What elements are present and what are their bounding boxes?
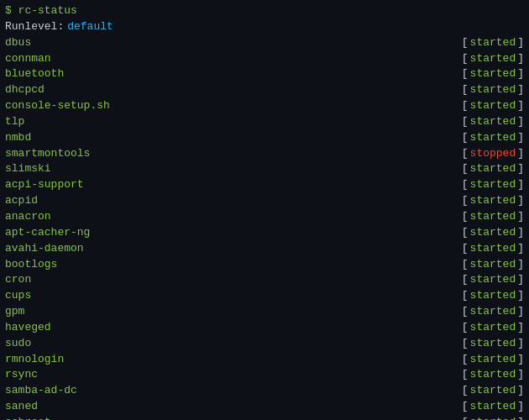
bracket-open: [ [462, 98, 469, 114]
bracket-close: ] [517, 51, 524, 67]
service-name: connman [5, 51, 156, 67]
bracket-open: [ [462, 146, 469, 162]
bracket-close: ] [517, 399, 524, 415]
prompt-line: $ rc-status [5, 3, 524, 19]
service-name: acpi-support [5, 177, 156, 193]
service-row: samba-ad-dc[ started ] [5, 383, 524, 399]
service-status: started [470, 415, 516, 420]
bracket-close: ] [517, 130, 524, 146]
bracket-open: [ [462, 257, 469, 273]
bracket-close: ] [517, 35, 524, 51]
bracket-open: [ [462, 304, 469, 320]
bracket-open: [ [462, 367, 469, 383]
service-status: started [470, 383, 516, 399]
bracket-open: [ [462, 114, 469, 130]
bracket-open: [ [462, 288, 469, 304]
service-status: started [470, 114, 516, 130]
bracket-close: ] [517, 272, 524, 288]
service-name: schroot [5, 415, 156, 420]
bracket-close: ] [517, 320, 524, 336]
service-row: apt-cacher-ng[ started ] [5, 225, 524, 241]
bracket-close: ] [517, 225, 524, 241]
service-name: tlp [5, 114, 156, 130]
bracket-close: ] [517, 352, 524, 368]
bracket-close: ] [517, 415, 524, 420]
bracket-open: [ [462, 130, 469, 146]
service-row: rmnologin[ started ] [5, 352, 524, 368]
service-status: started [470, 209, 516, 225]
service-row: rsync[ started ] [5, 367, 524, 383]
runlevel-label: Runlevel: [5, 19, 64, 35]
bracket-open: [ [462, 161, 469, 177]
bracket-open: [ [462, 415, 469, 420]
service-row: dbus[ started ] [5, 35, 524, 51]
bracket-close: ] [517, 241, 524, 257]
service-row: nmbd[ started ] [5, 130, 524, 146]
bracket-close: ] [517, 383, 524, 399]
bracket-close: ] [517, 367, 524, 383]
service-status: started [470, 320, 516, 336]
service-status: stopped [470, 146, 516, 162]
bracket-open: [ [462, 399, 469, 415]
service-row: saned[ started ] [5, 399, 524, 415]
bracket-close: ] [517, 257, 524, 273]
terminal: $ rc-status Runlevel: default dbus[ star… [0, 0, 529, 420]
service-row: acpid[ started ] [5, 193, 524, 209]
service-name: smartmontools [5, 146, 156, 162]
service-row: console-setup.sh[ started ] [5, 98, 524, 114]
bracket-open: [ [462, 336, 469, 352]
service-row: avahi-daemon[ started ] [5, 241, 524, 257]
service-status: started [470, 336, 516, 352]
bracket-open: [ [462, 82, 469, 98]
bracket-open: [ [462, 225, 469, 241]
service-row: connman[ started ] [5, 51, 524, 67]
bracket-close: ] [517, 288, 524, 304]
prompt-text: $ rc-status [5, 3, 77, 19]
bracket-open: [ [462, 35, 469, 51]
bracket-open: [ [462, 177, 469, 193]
service-status: started [470, 98, 516, 114]
bracket-open: [ [462, 352, 469, 368]
bracket-close: ] [517, 98, 524, 114]
bracket-open: [ [462, 383, 469, 399]
service-name: bootlogs [5, 257, 156, 273]
service-name: console-setup.sh [5, 98, 156, 114]
service-name: dbus [5, 35, 156, 51]
bracket-close: ] [517, 193, 524, 209]
service-status: started [470, 272, 516, 288]
bracket-open: [ [462, 320, 469, 336]
service-status: started [470, 161, 516, 177]
bracket-open: [ [462, 241, 469, 257]
service-row: dhcpcd[ started ] [5, 82, 524, 98]
service-row: acpi-support[ started ] [5, 177, 524, 193]
bracket-open: [ [462, 272, 469, 288]
service-name: cups [5, 288, 156, 304]
service-name: sudo [5, 336, 156, 352]
bracket-open: [ [462, 66, 469, 82]
service-status: started [470, 35, 516, 51]
service-status: started [470, 241, 516, 257]
service-status: started [470, 82, 516, 98]
bracket-close: ] [517, 114, 524, 130]
bracket-open: [ [462, 193, 469, 209]
bracket-close: ] [517, 304, 524, 320]
service-status: started [470, 225, 516, 241]
bracket-close: ] [517, 209, 524, 225]
service-name: acpid [5, 193, 156, 209]
service-row: schroot[ started ] [5, 415, 524, 420]
runlevel-line: Runlevel: default [5, 19, 524, 35]
service-name: slimski [5, 161, 156, 177]
service-status: started [470, 352, 516, 368]
service-status: started [470, 193, 516, 209]
service-row: smartmontools[ stopped ] [5, 146, 524, 162]
service-row: bluetooth[ started ] [5, 66, 524, 82]
bracket-close: ] [517, 161, 524, 177]
bracket-close: ] [517, 82, 524, 98]
service-row: bootlogs[ started ] [5, 257, 524, 273]
service-name: haveged [5, 320, 156, 336]
service-row: anacron[ started ] [5, 209, 524, 225]
service-status: started [470, 367, 516, 383]
runlevel-value: default [67, 20, 113, 33]
service-row: haveged[ started ] [5, 320, 524, 336]
bracket-close: ] [517, 177, 524, 193]
